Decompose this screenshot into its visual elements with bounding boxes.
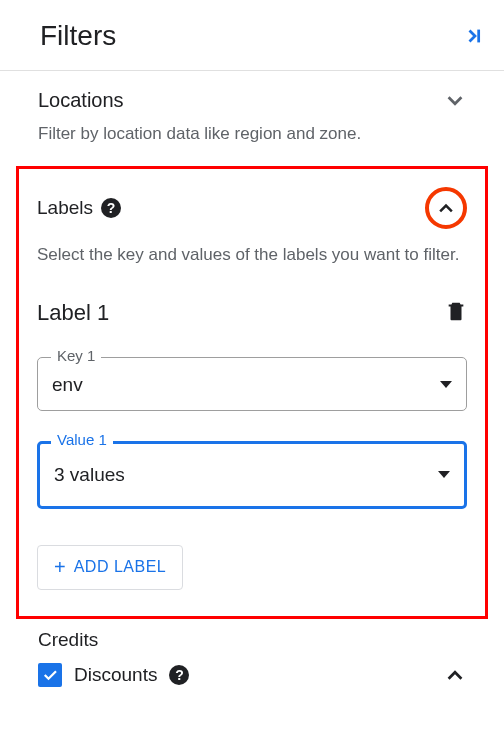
chevron-up-icon (436, 198, 456, 218)
discounts-checkbox[interactable] (38, 663, 62, 687)
dropdown-triangle-icon (440, 381, 452, 388)
credits-title: Credits (38, 629, 466, 651)
chevron-down-icon (444, 90, 466, 112)
collapse-panel-icon[interactable] (464, 25, 486, 47)
value-dropdown[interactable]: 3 values (37, 441, 467, 509)
value-field-label: Value 1 (51, 431, 113, 448)
add-label-text: ADD LABEL (74, 558, 167, 576)
key-value: env (52, 374, 83, 396)
add-label-button[interactable]: + ADD LABEL (37, 545, 183, 590)
locations-title: Locations (38, 89, 124, 112)
value-text: 3 values (54, 464, 125, 486)
help-icon[interactable]: ? (101, 198, 121, 218)
locations-section-header[interactable]: Locations (38, 89, 466, 112)
labels-title: Labels (37, 197, 93, 219)
discounts-label: Discounts (74, 664, 157, 686)
trash-icon (445, 299, 467, 323)
delete-label-button[interactable] (445, 299, 467, 327)
plus-icon: + (54, 556, 66, 579)
label-item-title: Label 1 (37, 300, 109, 326)
labels-collapse-button[interactable] (425, 187, 467, 229)
help-icon[interactable]: ? (169, 665, 189, 685)
labels-highlight-box: Labels ? Select the key and values of th… (16, 166, 488, 619)
checkmark-icon (41, 666, 59, 684)
key-field-label: Key 1 (51, 347, 101, 364)
labels-description: Select the key and values of the labels … (37, 243, 467, 267)
page-title: Filters (40, 20, 116, 52)
dropdown-triangle-icon (438, 471, 450, 478)
chevron-up-icon[interactable] (444, 664, 466, 686)
key-dropdown[interactable]: env (37, 357, 467, 411)
locations-description: Filter by location data like region and … (38, 122, 466, 146)
